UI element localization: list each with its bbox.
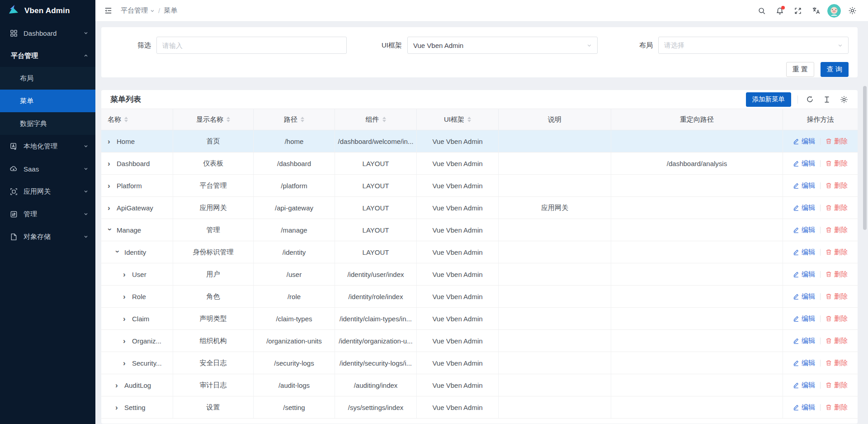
delete-link[interactable]: 删除 — [826, 248, 848, 257]
edit-link[interactable]: 编辑 — [793, 381, 815, 390]
delete-link[interactable]: 删除 — [826, 337, 848, 345]
cell-redirect — [611, 175, 783, 196]
edit-link[interactable]: 编辑 — [793, 337, 815, 345]
sidebar-item-布局[interactable]: 布局 — [0, 67, 95, 90]
cell-display-name: 管理 — [173, 219, 254, 241]
edit-link[interactable]: 编辑 — [793, 226, 815, 234]
edit-link[interactable]: 编辑 — [793, 159, 815, 168]
refresh-icon[interactable] — [804, 94, 815, 105]
delete-link[interactable]: 删除 — [826, 359, 848, 367]
tree-expand-icon[interactable]: › — [123, 271, 128, 278]
tree-expand-icon[interactable]: › — [108, 182, 113, 190]
column-header-UI框架[interactable]: UI框架 — [417, 109, 499, 130]
delete-link[interactable]: 删除 — [826, 314, 848, 323]
delete-link[interactable]: 删除 — [826, 381, 848, 390]
table-row[interactable]: ›Dashboard仪表板/dashboardLAYOUTVue Vben Ad… — [101, 152, 858, 175]
sidebar-item-管理[interactable]: 管理 — [0, 203, 95, 225]
pencil-icon — [793, 138, 799, 144]
delete-link[interactable]: 删除 — [826, 159, 848, 168]
sort-carets-icon[interactable] — [124, 117, 128, 122]
delete-link[interactable]: 删除 — [826, 403, 848, 412]
sort-carets-icon[interactable] — [382, 117, 386, 122]
layout-select[interactable]: 请选择 — [658, 37, 849, 54]
vertical-scrollbar[interactable] — [863, 86, 867, 230]
search-icon[interactable] — [755, 4, 769, 18]
breadcrumb-item-menu[interactable]: 菜单 — [164, 6, 177, 15]
sidebar-item-Saas[interactable]: Saas — [0, 157, 95, 180]
column-header-名称[interactable]: 名称 — [101, 109, 173, 130]
tree-expand-icon[interactable]: › — [108, 160, 113, 167]
column-header-显示名称[interactable]: 显示名称 — [173, 109, 254, 130]
delete-link[interactable]: 删除 — [826, 181, 848, 190]
edit-link[interactable]: 编辑 — [793, 359, 815, 367]
delete-link[interactable]: 删除 — [826, 292, 848, 301]
delete-link[interactable]: 删除 — [826, 204, 848, 212]
sidebar-item-应用网关[interactable]: 应用网关 — [0, 180, 95, 203]
action-divider — [820, 315, 821, 322]
cell-description — [499, 330, 611, 352]
translate-icon[interactable] — [809, 4, 823, 18]
delete-link[interactable]: 删除 — [826, 226, 848, 234]
sidebar-item-数据字典[interactable]: 数据字典 — [0, 112, 95, 135]
sort-carets-icon[interactable] — [226, 117, 230, 122]
column-settings-gear-icon[interactable] — [839, 94, 849, 105]
edit-link[interactable]: 编辑 — [793, 403, 815, 412]
table-row[interactable]: ›Role角色/role/identity/role/indexVue Vben… — [101, 286, 858, 308]
keyword-input[interactable] — [162, 42, 341, 49]
fullscreen-icon[interactable] — [791, 4, 805, 18]
tree-expand-icon[interactable]: › — [115, 381, 120, 389]
sidebar-collapse-icon[interactable] — [102, 5, 114, 17]
breadcrumb-item-platform[interactable]: 平台管理 — [121, 6, 155, 15]
app-logo[interactable]: Vben Admin — [0, 0, 95, 22]
cell-redirect — [611, 197, 783, 219]
column-header-路径[interactable]: 路径 — [254, 109, 335, 130]
edit-link[interactable]: 编辑 — [793, 292, 815, 301]
edit-link[interactable]: 编辑 — [793, 248, 815, 257]
table-row[interactable]: ›Identity身份标识管理/identityLAYOUTVue Vben A… — [101, 241, 858, 263]
reset-button[interactable]: 重 置 — [786, 62, 814, 77]
settings-gear-icon[interactable] — [845, 4, 859, 18]
delete-link[interactable]: 删除 — [826, 270, 848, 279]
table-row[interactable]: ›Claim声明类型/claim-types/identity/claim-ty… — [101, 308, 858, 330]
sidebar-item-菜单[interactable]: 菜单 — [0, 90, 95, 112]
cell-display-name: 用户 — [173, 263, 254, 285]
tree-expand-icon[interactable]: › — [123, 359, 128, 367]
table-row[interactable]: ›Organiz...组织机构/organization-units/ident… — [101, 330, 858, 352]
edit-link[interactable]: 编辑 — [793, 137, 815, 146]
tree-collapse-icon[interactable]: › — [114, 250, 122, 255]
table-row[interactable]: ›User用户/user/identity/user/indexVue Vben… — [101, 263, 858, 286]
row-height-icon[interactable] — [821, 94, 832, 105]
tree-expand-icon[interactable]: › — [123, 315, 128, 323]
tree-expand-icon[interactable]: › — [123, 293, 128, 300]
sidebar-item-Dashboard[interactable]: Dashboard — [0, 22, 95, 44]
search-button[interactable]: 查 询 — [821, 62, 849, 77]
table-row[interactable]: ›ApiGateway应用网关/api-gatewayLAYOUTVue Vbe… — [101, 197, 858, 219]
column-header-组件[interactable]: 组件 — [335, 109, 417, 130]
sidebar-item-对象存储[interactable]: 对象存储 — [0, 225, 95, 248]
table-row[interactable]: ›Manage管理/manageLAYOUTVue Vben Admin编辑删除 — [101, 219, 858, 241]
tree-expand-icon[interactable]: › — [115, 404, 120, 411]
tree-expand-icon[interactable]: › — [123, 337, 128, 345]
tree-collapse-icon[interactable]: › — [106, 228, 114, 233]
delete-link[interactable]: 删除 — [826, 137, 848, 146]
edit-link[interactable]: 编辑 — [793, 270, 815, 279]
ui-framework-select[interactable]: Vue Vben Admin — [407, 37, 598, 54]
table-row[interactable]: ›Setting设置/setting/sys/settings/indexVue… — [101, 396, 858, 419]
bell-icon[interactable] — [773, 4, 787, 18]
table-row[interactable]: ›AuditLog审计日志/audit-logs/auditing/indexV… — [101, 374, 858, 396]
table-row[interactable]: ›Security...安全日志/security-logs/identity/… — [101, 352, 858, 374]
sort-carets-icon[interactable] — [467, 117, 471, 122]
sidebar-item-本地化管理[interactable]: 本地化管理 — [0, 135, 95, 157]
edit-link[interactable]: 编辑 — [793, 181, 815, 190]
table-row[interactable]: ›Home首页/home/dashboard/welcome/in...Vue … — [101, 130, 858, 152]
tree-expand-icon[interactable]: › — [108, 204, 113, 212]
sidebar-group-平台管理[interactable]: 平台管理 — [0, 44, 95, 67]
avatar[interactable] — [827, 4, 841, 18]
tree-expand-icon[interactable]: › — [108, 138, 113, 145]
edit-link[interactable]: 编辑 — [793, 314, 815, 323]
add-menu-button[interactable]: 添加新菜单 — [746, 92, 792, 107]
cell-name: ›Home — [101, 130, 173, 152]
table-row[interactable]: ›Platform平台管理/platformLAYOUTVue Vben Adm… — [101, 175, 858, 197]
sort-carets-icon[interactable] — [301, 117, 304, 122]
edit-link[interactable]: 编辑 — [793, 204, 815, 212]
